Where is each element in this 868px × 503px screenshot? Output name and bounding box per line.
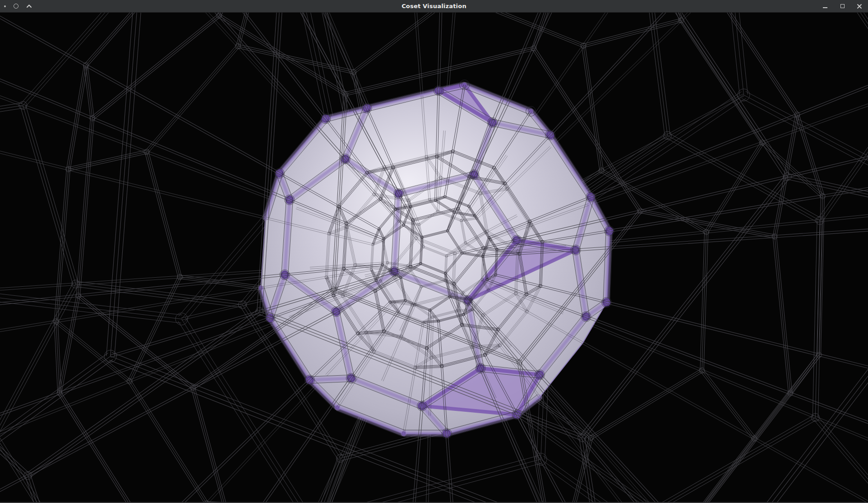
window-title: Coset Visualization <box>0 3 868 9</box>
minimize-icon <box>823 7 827 8</box>
window-controls <box>822 0 863 12</box>
titlebar[interactable]: Coset Visualization <box>0 0 868 13</box>
dot-icon <box>4 5 6 7</box>
caret-up-icon <box>26 4 32 8</box>
app-window: Coset Visualization <box>0 0 868 503</box>
viewport-3d[interactable] <box>0 13 868 502</box>
coset-3d-scene[interactable] <box>0 13 868 502</box>
maximize-icon <box>840 4 845 8</box>
circle-icon <box>14 4 18 9</box>
maximize-button[interactable] <box>839 3 845 9</box>
titlebar-left-icons <box>4 0 32 12</box>
close-icon <box>857 4 862 9</box>
minimize-button[interactable] <box>822 3 828 9</box>
close-button[interactable] <box>856 3 863 9</box>
